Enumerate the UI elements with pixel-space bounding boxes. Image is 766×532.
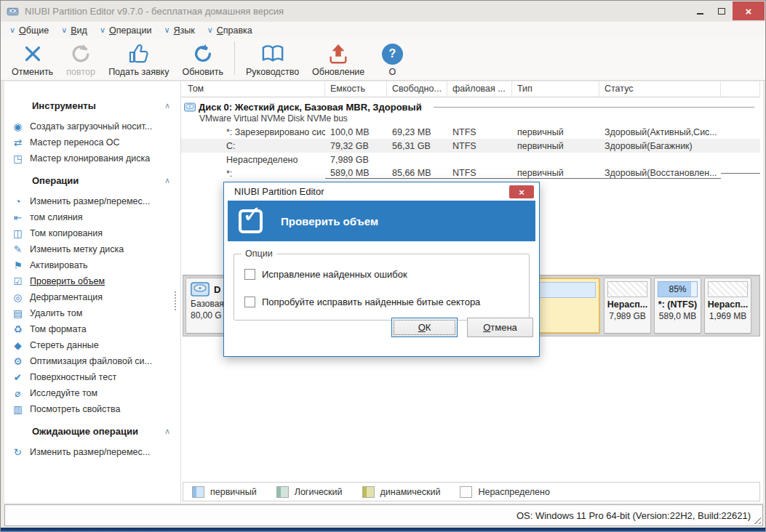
sidebar-item-surface-test[interactable]: ✔ Поверхностный тест [4, 369, 180, 385]
undo-button[interactable]: Отменить [5, 39, 60, 77]
app-logo-icon [7, 5, 19, 17]
column-header-capacity[interactable]: Емкость [325, 81, 387, 97]
question-circle-icon: ? [382, 41, 403, 66]
close-icon: × [746, 5, 752, 17]
menu-operacii[interactable]: ∨ Операции [100, 25, 152, 36]
column-header-volume[interactable]: Том [181, 81, 325, 97]
flag-icon: ⚑ [11, 259, 25, 271]
unallocated-swatch [460, 486, 472, 498]
resize-grip[interactable] [751, 515, 761, 524]
fix-errors-checkbox[interactable] [244, 269, 255, 280]
table-row[interactable]: Нераспределено7,989 GB [181, 153, 760, 166]
menu-spravka[interactable]: ∨ Справка [207, 25, 252, 36]
column-header-free[interactable]: Свободно... [387, 81, 447, 97]
ok-button[interactable]: ОК [391, 318, 458, 337]
column-header-type[interactable]: Тип [512, 81, 599, 97]
sidebar-item-format-volume[interactable]: ♻ Том формата [4, 321, 180, 337]
titlebar[interactable]: NIUBI Partition Editor v9.7.0 - бесплатн… [1, 1, 765, 21]
menubar: ∨ Общие ∨ Вид ∨ Операции ∨ Язык ∨ Справк… [1, 22, 765, 39]
cancel-button[interactable]: Отмена [467, 318, 533, 337]
sidebar-item-set-active[interactable]: ⚑ Активировать [4, 257, 180, 273]
logical-swatch [276, 486, 289, 498]
clone-icon: ◳ [11, 153, 25, 164]
redo-icon [70, 41, 92, 66]
sidebar-splitter[interactable] [172, 288, 178, 314]
about-button[interactable]: ? О [371, 39, 413, 77]
app-window: { "window": { "title": "NIUBI Partition … [0, 0, 766, 532]
manual-button[interactable]: Руководство [239, 39, 306, 77]
gear-icon: ⚙ [11, 355, 25, 367]
sidebar-item-os-migration[interactable]: ⇄ Мастер переноса ОС [4, 134, 180, 150]
section-operations[interactable]: Операции ∧ [4, 174, 180, 187]
dialog-banner: ✓ Проверить объем [228, 201, 535, 241]
minimize-button[interactable] [689, 1, 711, 20]
usage-bar [607, 281, 647, 297]
table-row-selected[interactable]: *:589,0 MB85,66 MBNTFSпервичныйЗдоровый(… [181, 166, 760, 180]
menu-vid[interactable]: ∨ Вид [61, 25, 87, 36]
copy-icon: ◫ [11, 227, 25, 239]
dialog-titlebar[interactable]: NIUBI Partition Editor × [224, 182, 539, 200]
update-button[interactable]: Обновление [306, 39, 371, 77]
delete-icon: ▤ [11, 307, 25, 319]
format-icon: ♻ [11, 323, 25, 335]
disk-title-rule [434, 107, 754, 108]
checkmark-icon: ✔ [11, 371, 25, 383]
check-volume-dialog: NIUBI Partition Editor × ✓ Проверить объ… [223, 182, 540, 357]
table-row[interactable]: *: Зарезервировано систем...100,0 MB69,2… [181, 125, 760, 139]
pending-item-resize-move[interactable]: ↻ Изменить размер/перемес... [4, 444, 180, 460]
toolbar: Отменить повтор Подать заявку Обновить Р… [1, 39, 765, 81]
table-row[interactable]: C:79,32 GB56,31 GBNTFSпервичныйЗдоровый(… [181, 139, 760, 153]
option-fix-errors[interactable]: Исправление найденных ошибок [244, 269, 407, 280]
section-pending-operations[interactable]: Ожидающие операции ∧ [4, 424, 180, 438]
sidebar-item-resize-move[interactable]: ◔ Изменить размер/перемес... [4, 193, 180, 209]
option-fix-bad-sectors[interactable]: Попробуйте исправить найденные битые сек… [244, 297, 480, 307]
refresh-button[interactable]: Обновить [175, 39, 230, 77]
table-header: Том Емкость Свободно... файловая ... Тип… [181, 81, 760, 97]
partition-block-unallocated[interactable]: Нерасп... 7,989 GB [604, 278, 651, 334]
sidebar-item-fs-optimization[interactable]: ⚙ Оптимизация файловой си... [4, 353, 180, 369]
sidebar-item-copy-volume[interactable]: ◫ Том копирования [4, 225, 180, 241]
check-square-icon: ✓ [239, 209, 263, 233]
upgrade-arrow-icon [327, 41, 349, 66]
maximize-button[interactable] [711, 1, 733, 20]
sidebar-item-defrag[interactable]: ◎ Дефрагментация [4, 289, 180, 305]
column-header-filesystem[interactable]: файловая ... [447, 81, 512, 97]
thumbs-up-icon [127, 41, 151, 66]
dialog-close-button[interactable]: × [509, 185, 534, 198]
section-tools[interactable]: Инструменты ∧ [4, 99, 180, 112]
chevron-down-icon: ∨ [100, 25, 105, 35]
disk-group-header[interactable]: Диск 0: Жесткий диск, Базовая MBR, Здоро… [181, 97, 760, 125]
options-group-label: Опции [242, 249, 276, 259]
sidebar-item-view-properties[interactable]: ▥ Посмотреть свойства [4, 401, 180, 417]
partition-block-unallocated[interactable]: Нерасп... 1,969 MB [704, 278, 751, 334]
chevron-up-icon: ∧ [164, 101, 170, 110]
sidebar-item-disk-clone[interactable]: ◳ Мастер клонирования диска [4, 150, 180, 166]
close-icon: × [519, 187, 524, 198]
menu-obshchie[interactable]: ∨ Общие [9, 25, 49, 36]
disc-icon: ◉ [11, 121, 25, 132]
usage-bar: 85% [658, 281, 698, 297]
sidebar-item-bootable-media[interactable]: ◉ Создать загрузочный носит... [4, 118, 180, 134]
close-button[interactable]: × [733, 1, 765, 20]
sidebar-item-merge-volume[interactable]: ⇤ том слияния [4, 209, 180, 225]
primary-swatch [192, 486, 204, 498]
sidebar-item-check-volume[interactable]: ☑ Проверить объем [4, 273, 180, 289]
partition-block-ntfs[interactable]: 85% *: (NTFS) 589,0 MB [654, 278, 701, 334]
sidebar-item-explore-volume[interactable]: ⌀ Исследуйте том [4, 385, 180, 401]
status-bar: OS: Windows 11 Pro 64-bit (Version:22H2,… [4, 504, 763, 526]
apply-button[interactable]: Подать заявку [102, 39, 175, 77]
cancel-x-icon [22, 41, 44, 66]
sidebar-item-wipe-data[interactable]: ◆ Стереть данные [4, 337, 180, 353]
resize-icon: ◔ [11, 196, 25, 207]
toolbar-separator [234, 41, 235, 75]
transfer-icon: ⇄ [11, 137, 25, 148]
sidebar-item-change-label[interactable]: ✎ Изменить метку диска [4, 241, 180, 257]
menu-yazyk[interactable]: ∨ Язык [164, 25, 194, 36]
legend-unallocated: Нераспределено [460, 486, 549, 498]
fix-bad-sectors-checkbox[interactable] [244, 297, 255, 307]
sidebar-item-delete-volume[interactable]: ▤ Удалить том [4, 305, 180, 321]
check-square-icon: ☑ [11, 275, 25, 287]
column-header-status[interactable]: Статус [599, 81, 721, 97]
window-title: NIUBI Partition Editor v9.7.0 - бесплатн… [25, 6, 284, 17]
maximize-icon [718, 8, 725, 15]
